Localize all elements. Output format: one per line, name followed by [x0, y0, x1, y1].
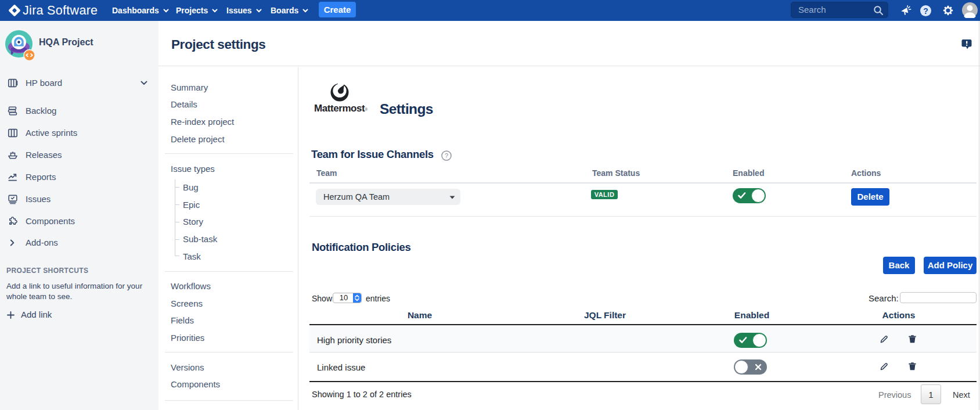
svg-text:?: ? [445, 152, 448, 159]
svg-text:?: ? [923, 6, 928, 15]
